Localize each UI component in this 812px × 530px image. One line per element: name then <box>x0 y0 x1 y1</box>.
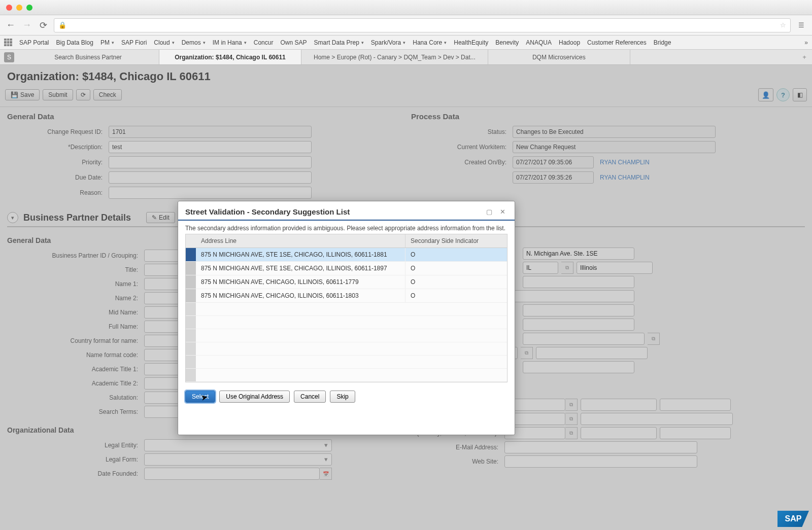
modal-close-icon[interactable]: ✕ <box>497 206 507 217</box>
maximize-window-icon[interactable] <box>26 5 32 11</box>
suggestion-table: Address Line Secondary Side Indicator 87… <box>185 234 507 382</box>
indicator-cell: O <box>405 248 507 261</box>
modal-maximize-icon[interactable]: ▢ <box>484 206 494 217</box>
reload-button[interactable]: ⟳ <box>38 20 49 31</box>
street-validation-modal: Street Validation - Secondary Suggestion… <box>178 201 515 435</box>
app-tab[interactable]: Search Business Partner <box>17 50 159 64</box>
bookmark-item[interactable]: Spark/Vora <box>371 39 405 46</box>
bookmark-item[interactable]: Concur <box>254 39 274 46</box>
app-tab[interactable]: Home > Europe (Rot) - Canary > DQM_Team … <box>301 50 488 64</box>
bookmark-item[interactable]: Demos <box>182 39 206 46</box>
indicator-cell: O <box>405 289 507 302</box>
page-content: Organization: $1484, Chicago IL 60611 💾 … <box>0 65 812 530</box>
bookmark-item[interactable]: Own SAP <box>280 39 307 46</box>
bookmark-item[interactable]: Customer References <box>587 39 647 46</box>
indicator-cell: O <box>405 275 507 289</box>
bookmark-item[interactable]: Benevity <box>495 39 519 46</box>
sap-badge-icon: S <box>4 52 14 62</box>
new-tab-button[interactable]: + <box>797 50 812 64</box>
back-button[interactable]: ← <box>5 20 16 31</box>
bookmark-item[interactable]: Bridge <box>654 39 671 46</box>
table-row[interactable]: 875 N MICHIGAN AVE, CHICAGO, ILLINOIS, 6… <box>186 289 507 303</box>
browser-menu-icon[interactable]: ☰ <box>796 20 807 31</box>
app-tabs: S Search Business PartnerOrganization: $… <box>0 50 812 65</box>
bookmark-item[interactable]: Hana Core <box>413 39 447 46</box>
lock-icon: 🔒 <box>58 21 66 29</box>
forward-button: → <box>21 20 32 31</box>
bookmark-item[interactable]: PM <box>100 39 114 46</box>
bookmark-item[interactable]: Big Data Blog <box>56 39 93 46</box>
apps-grid-icon[interactable] <box>4 39 12 47</box>
address-cell: 875 N MICHIGAN AVE, CHICAGO, ILLINOIS, 6… <box>196 275 405 289</box>
bookmarks-bar: SAP PortalBig Data BlogPMSAP FioriCloudD… <box>0 36 812 50</box>
bookmark-item[interactable]: ANAQUA <box>526 39 552 46</box>
bookmark-item[interactable]: IM in Hana <box>213 39 247 46</box>
use-original-address-button[interactable]: Use Original Address <box>219 391 290 403</box>
table-row[interactable]: 875 N MICHIGAN AVE, STE 1SE, CHICAGO, IL… <box>186 262 507 275</box>
skip-button[interactable]: Skip <box>330 391 355 403</box>
app-tab[interactable]: DQM Microservices <box>488 50 630 64</box>
mac-titlebar <box>0 0 812 15</box>
cancel-button[interactable]: Cancel <box>294 391 326 403</box>
minimize-window-icon[interactable] <box>16 5 22 11</box>
app-tab[interactable]: Organization: $1484, Chicago IL 60611 <box>159 50 301 64</box>
bookmark-item[interactable]: SAP Fiori <box>121 39 147 46</box>
address-cell: 875 N MICHIGAN AVE, CHICAGO, ILLINOIS, 6… <box>196 289 405 302</box>
col-address-line: Address Line <box>196 234 405 248</box>
bookmark-item[interactable]: SAP Portal <box>19 39 49 46</box>
bookmark-item[interactable]: Smart Data Prep <box>314 39 363 46</box>
modal-title: Street Validation - Secondary Suggestion… <box>185 207 481 216</box>
select-button[interactable]: Select <box>185 391 215 403</box>
url-bar[interactable]: 🔒 ☆ <box>54 18 791 32</box>
bookmark-item[interactable]: HealthEquity <box>454 39 488 46</box>
table-row[interactable]: 875 N MICHIGAN AVE, STE 1SE, CHICAGO, IL… <box>186 248 507 262</box>
close-window-icon[interactable] <box>6 5 12 11</box>
col-secondary-indicator: Secondary Side Indicator <box>405 234 507 248</box>
indicator-cell: O <box>405 262 507 275</box>
bookmarks-overflow-icon[interactable]: » <box>804 39 808 46</box>
browser-toolbar: ← → ⟳ 🔒 ☆ ☰ <box>0 15 812 36</box>
bookmark-star-icon[interactable]: ☆ <box>780 21 786 29</box>
address-cell: 875 N MICHIGAN AVE, STE 1SE, CHICAGO, IL… <box>196 248 405 261</box>
bookmark-item[interactable]: Cloud <box>154 39 174 46</box>
table-row[interactable]: 875 N MICHIGAN AVE, CHICAGO, ILLINOIS, 6… <box>186 275 507 289</box>
address-cell: 875 N MICHIGAN AVE, STE 1SE, CHICAGO, IL… <box>196 262 405 275</box>
bookmark-item[interactable]: Hadoop <box>559 39 580 46</box>
modal-message: The secondary address information provid… <box>178 221 515 234</box>
